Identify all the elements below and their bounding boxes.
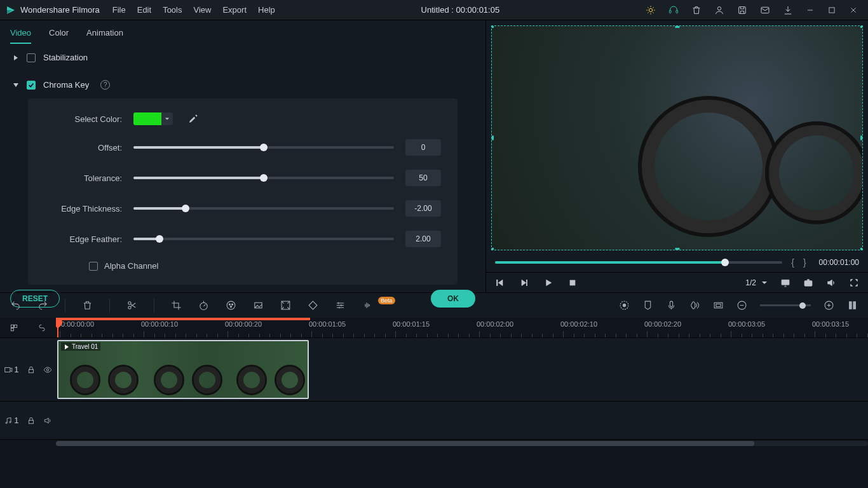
resize-handle[interactable] [491,25,494,28]
edge-feather-slider[interactable] [133,238,394,240]
trash-icon[interactable] [691,5,702,15]
svg-rect-6 [829,7,834,12]
green-screen-icon[interactable] [253,300,264,311]
zoom-in-icon[interactable] [824,300,834,311]
tips-icon[interactable] [646,5,656,15]
aspect-ratio-icon[interactable] [713,300,724,311]
resize-handle[interactable] [860,248,863,250]
menu-edit[interactable]: Edit [137,5,151,15]
eyedropper-icon[interactable] [188,114,198,124]
split-icon[interactable] [126,300,137,311]
audio-visualizer-icon[interactable] [362,300,373,311]
menu-view[interactable]: View [193,5,211,15]
tab-color[interactable]: Color [49,28,69,44]
mark-in-icon[interactable]: { [791,257,794,268]
snapshot-icon[interactable] [803,278,813,288]
zoom-slider[interactable] [760,304,811,306]
chevron-down-icon[interactable] [161,112,173,125]
offset-value[interactable]: 0 [405,139,441,156]
resize-handle[interactable] [491,248,494,250]
resize-handle[interactable] [491,136,494,140]
preview-scrubber[interactable] [495,261,782,264]
alpha-channel-checkbox[interactable] [89,262,98,271]
chroma-checkbox[interactable] [27,81,36,90]
record-voiceover-icon[interactable] [666,300,677,311]
video-clip[interactable]: Travel 01 [57,340,309,399]
download-icon[interactable] [783,5,793,15]
menu-tools[interactable]: Tools [163,5,182,15]
tolerance-slider[interactable] [133,177,394,179]
video-track-body[interactable]: Travel 01 [56,338,868,401]
render-icon[interactable] [619,300,630,311]
support-icon[interactable] [668,5,679,15]
maximize-icon[interactable] [827,6,836,15]
crop-icon[interactable] [171,300,182,311]
time-ruler[interactable]: 00:00:00:0000:00:00:1000:00:00:2000:00:0… [0,318,868,338]
ruler-label: 00:00:00:20 [225,320,262,328]
play-icon[interactable] [543,278,553,288]
tab-animation[interactable]: Animation [86,28,123,44]
edge-thickness-value[interactable]: -2.00 [405,200,441,217]
help-icon[interactable]: ? [100,80,110,90]
timeline-hscroll[interactable] [0,440,868,447]
redo-icon[interactable] [37,300,48,311]
offset-slider[interactable] [133,146,394,149]
display-icon[interactable] [780,278,790,288]
menu-file[interactable]: File [112,5,126,15]
svg-point-38 [10,421,11,423]
speed-icon[interactable] [198,300,209,311]
stop-icon[interactable] [567,278,578,288]
chroma-label: Chroma Key [43,80,89,90]
adjust-icon[interactable] [335,300,346,311]
marker-icon[interactable] [642,300,653,311]
resize-handle[interactable] [860,25,863,28]
zoom-out-icon[interactable] [736,300,747,311]
mute-icon[interactable] [43,416,52,425]
color-icon[interactable] [226,300,236,311]
color-picker[interactable] [133,112,173,125]
svg-point-0 [649,8,652,11]
resize-handle[interactable] [675,25,679,28]
keyframe-icon[interactable] [308,300,318,311]
stabilization-checkbox[interactable] [27,53,36,62]
delete-icon[interactable] [82,300,93,311]
lock-icon[interactable] [27,416,36,425]
close-icon[interactable] [849,6,858,15]
volume-icon[interactable] [826,278,836,288]
step-back-icon[interactable] [495,278,505,288]
ok-button[interactable]: OK [431,290,475,308]
video-track-row: 1 Travel 01 [0,338,868,402]
audio-track-body[interactable] [56,402,868,439]
audio-mixer-icon[interactable] [689,300,700,311]
preview-canvas[interactable] [491,25,863,250]
account-icon[interactable] [714,5,724,15]
playhead[interactable] [57,318,58,337]
lock-icon[interactable] [27,365,36,374]
tab-video[interactable]: Video [10,28,31,44]
save-icon[interactable] [737,5,747,15]
minimize-icon[interactable] [806,6,815,15]
fullscreen-icon[interactable] [849,278,859,288]
zoom-to-fit-icon[interactable] [847,300,858,311]
timeline: 00:00:00:0000:00:00:1000:00:00:2000:00:0… [0,318,868,488]
motion-tracking-icon[interactable] [280,300,291,311]
preview-quality-dropdown[interactable]: 1/2 [745,278,768,287]
tolerance-value[interactable]: 50 [405,170,441,186]
undo-icon[interactable] [10,300,21,311]
chroma-section-header[interactable]: Chroma Key ? [0,71,485,98]
stabilization-section-header[interactable]: Stabilization [0,44,485,71]
edge-thickness-slider[interactable] [133,207,394,210]
svg-rect-7 [497,280,498,285]
edge-feather-value[interactable]: 2.00 [405,231,441,247]
resize-handle[interactable] [675,248,679,250]
track-manager-icon[interactable] [10,323,18,332]
svg-rect-8 [526,280,527,285]
resize-handle[interactable] [860,136,863,140]
play-pause-icon[interactable] [519,278,529,288]
eye-icon[interactable] [43,365,52,374]
mail-icon[interactable] [760,5,770,15]
menu-help[interactable]: Help [258,5,275,15]
mark-out-icon[interactable]: } [803,257,806,268]
menu-export[interactable]: Export [222,5,247,15]
link-icon[interactable] [37,323,46,332]
